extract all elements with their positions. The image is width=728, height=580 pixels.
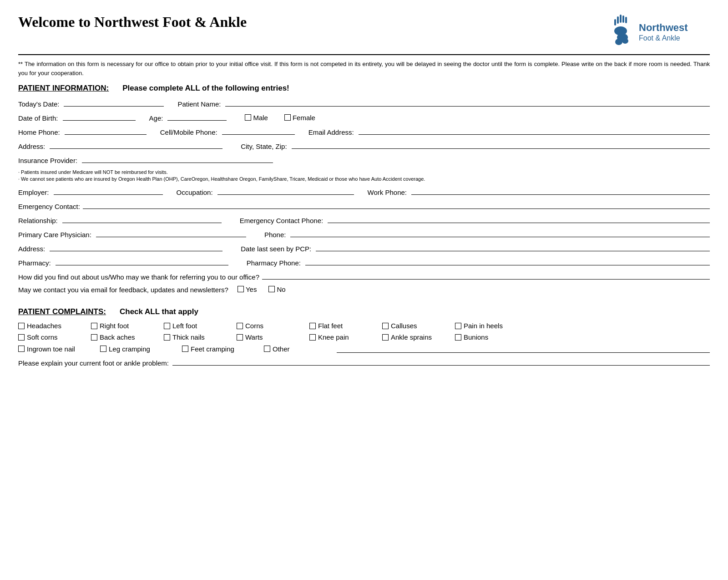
occupation-input[interactable] xyxy=(217,187,354,195)
complaint-headaches[interactable]: Headaches xyxy=(18,322,91,330)
svg-point-7 xyxy=(615,39,622,45)
pharmacy-input[interactable] xyxy=(56,257,228,265)
insurance-input[interactable] xyxy=(82,155,273,163)
cell-phone-input[interactable] xyxy=(222,127,295,135)
pharmacy-phone-label: Pharmacy Phone: xyxy=(247,259,301,267)
complaint-knee-pain[interactable]: Knee pain xyxy=(309,333,382,341)
employer-input[interactable] xyxy=(54,187,163,195)
male-checkbox-wrap[interactable]: Male xyxy=(245,114,268,122)
logo-name: Northwest xyxy=(639,22,688,34)
ankle-sprains-checkbox[interactable] xyxy=(382,334,389,341)
feet-cramping-checkbox[interactable] xyxy=(182,346,188,352)
email-input[interactable] xyxy=(359,127,710,135)
explain-input[interactable] xyxy=(172,357,710,366)
complaint-back-aches[interactable]: Back aches xyxy=(91,333,164,341)
complaint-feet-cramping[interactable]: Feet cramping xyxy=(182,345,264,353)
complaint-soft-corns[interactable]: Soft corns xyxy=(18,333,91,341)
flat-feet-checkbox[interactable] xyxy=(309,323,316,329)
right-foot-label: Right foot xyxy=(100,322,129,330)
phone-email-row: Home Phone: Cell/Mobile Phone: Email Add… xyxy=(18,127,710,136)
dob-label: Date of Birth: xyxy=(18,114,58,122)
complaint-corns[interactable]: Corns xyxy=(237,322,309,330)
cell-phone-label: Cell/Mobile Phone: xyxy=(160,128,217,136)
todays-date-input[interactable] xyxy=(64,98,164,107)
city-state-zip-label: City, State, Zip: xyxy=(241,142,287,150)
complaint-bunions[interactable]: Bunions xyxy=(455,333,528,341)
calluses-checkbox[interactable] xyxy=(382,323,389,329)
complaint-right-foot[interactable]: Right foot xyxy=(91,322,164,330)
leg-cramping-checkbox[interactable] xyxy=(100,346,106,352)
complaint-pain-in-heels[interactable]: Pain in heels xyxy=(455,322,528,330)
patient-info-header: PATIENT INFORMATION: Please complete ALL… xyxy=(18,84,710,93)
ingrown-toe-nail-label: Ingrown toe nail xyxy=(27,345,75,353)
referral-label: How did you find out about us/Who may we… xyxy=(18,273,259,281)
emergency-contact-row: Emergency Contact: xyxy=(18,201,710,210)
complaint-left-foot[interactable]: Left foot xyxy=(164,322,237,330)
work-phone-input[interactable] xyxy=(411,187,710,195)
soft-corns-checkbox[interactable] xyxy=(18,334,25,341)
complaint-calluses[interactable]: Calluses xyxy=(382,322,455,330)
pcp-input[interactable] xyxy=(96,229,246,237)
yes-checkbox-wrap[interactable]: Yes xyxy=(238,285,257,293)
other-checkbox[interactable] xyxy=(264,346,270,352)
corns-checkbox[interactable] xyxy=(237,323,243,329)
left-foot-checkbox[interactable] xyxy=(164,323,170,329)
email-contact-label: May we contact you via email for feedbac… xyxy=(18,286,228,294)
bunions-checkbox[interactable] xyxy=(455,334,461,341)
address2-input[interactable] xyxy=(50,243,222,251)
city-state-zip-input[interactable] xyxy=(292,141,710,149)
address-input[interactable] xyxy=(50,141,222,149)
other-input[interactable] xyxy=(337,345,710,353)
thick-nails-checkbox[interactable] xyxy=(164,334,170,341)
complaints-subtitle: Check ALL that apply xyxy=(120,307,198,316)
complaint-ankle-sprains[interactable]: Ankle sprains xyxy=(382,333,455,341)
pain-in-heels-checkbox[interactable] xyxy=(455,323,461,329)
dob-input[interactable] xyxy=(63,112,136,121)
complaints-row-3: Ingrown toe nail Leg cramping Feet cramp… xyxy=(18,345,710,353)
age-label: Age: xyxy=(149,114,163,122)
no-checkbox-wrap[interactable]: No xyxy=(268,285,285,293)
email-contact-row: May we contact you via email for feedbac… xyxy=(18,285,710,294)
no-label: No xyxy=(277,285,285,293)
address-row: Address: City, State, Zip: xyxy=(18,141,710,150)
right-foot-checkbox[interactable] xyxy=(91,323,97,329)
complaint-ingrown-toe-nail[interactable]: Ingrown toe nail xyxy=(18,345,100,353)
referral-row: How did you find out about us/Who may we… xyxy=(18,271,710,281)
ingrown-toe-nail-checkbox[interactable] xyxy=(18,346,25,352)
pcp-phone-input[interactable] xyxy=(290,229,710,237)
pharmacy-row: Pharmacy: Pharmacy Phone: xyxy=(18,257,710,267)
complaint-other[interactable]: Other xyxy=(264,345,337,353)
headaches-checkbox[interactable] xyxy=(18,323,25,329)
yes-checkbox[interactable] xyxy=(238,286,244,292)
explain-label: Please explain your current foot or ankl… xyxy=(18,359,169,367)
explain-row: Please explain your current foot or ankl… xyxy=(18,357,710,367)
referral-input[interactable] xyxy=(262,271,710,280)
relationship-input[interactable] xyxy=(62,215,222,223)
warts-checkbox[interactable] xyxy=(237,334,243,341)
relationship-label: Relationship: xyxy=(18,217,58,224)
no-checkbox[interactable] xyxy=(268,286,275,292)
home-phone-input[interactable] xyxy=(65,127,147,135)
date-last-seen-input[interactable] xyxy=(316,243,710,251)
complaint-flat-feet[interactable]: Flat feet xyxy=(309,322,382,330)
age-input[interactable] xyxy=(167,112,227,121)
patient-name-input[interactable] xyxy=(225,98,710,107)
male-checkbox[interactable] xyxy=(245,114,251,121)
complaint-leg-cramping[interactable]: Leg cramping xyxy=(100,345,182,353)
address-label: Address: xyxy=(18,142,45,150)
emergency-contact-input[interactable] xyxy=(83,201,710,209)
svg-rect-2 xyxy=(622,15,624,23)
complaint-thick-nails[interactable]: Thick nails xyxy=(164,333,237,341)
complaint-warts[interactable]: Warts xyxy=(237,333,309,341)
female-checkbox-wrap[interactable]: Female xyxy=(284,114,315,122)
bunions-label: Bunions xyxy=(464,333,488,341)
knee-pain-checkbox[interactable] xyxy=(309,334,316,341)
ec-phone-input[interactable] xyxy=(328,215,710,223)
pcp-label: Primary Care Physician: xyxy=(18,231,91,239)
female-checkbox[interactable] xyxy=(284,114,291,121)
pharmacy-label: Pharmacy: xyxy=(18,259,51,267)
back-aches-checkbox[interactable] xyxy=(91,334,97,341)
home-phone-label: Home Phone: xyxy=(18,128,60,136)
pharmacy-phone-input[interactable] xyxy=(305,257,710,265)
complaints-section: PATIENT COMPLAINTS: Check ALL that apply… xyxy=(18,307,710,367)
